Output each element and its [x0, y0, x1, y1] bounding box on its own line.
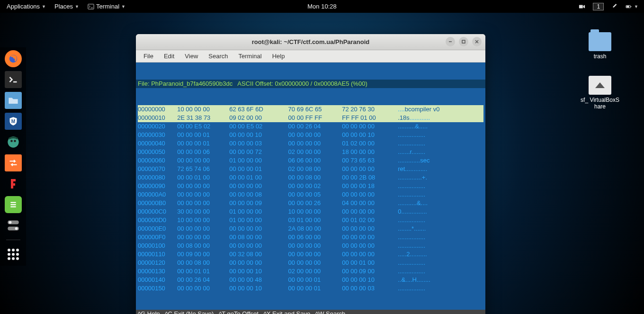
- shield-m-icon: M: [9, 117, 18, 126]
- swap-icon: [9, 158, 18, 168]
- svg-point-9: [14, 140, 16, 142]
- dock-tweaks[interactable]: [5, 217, 22, 234]
- apps-grid-icon: [8, 249, 19, 260]
- hex-row: 000000E0 00 00 00 00 00 00 00 00 2A 08 0…: [138, 224, 483, 233]
- menu-terminal[interactable]: Terminal: [234, 51, 267, 61]
- hexedit-dump: 00000000 10 00 00 00 62 63 6F 6D 70 69 6…: [136, 105, 485, 293]
- hex-row: 00000120 00 00 08 00 00 00 00 00 00 00 0…: [138, 259, 483, 267]
- system-menu[interactable]: ▼: [626, 3, 638, 10]
- hex-row: 00000040 00 00 00 01 00 00 00 03 00 00 0…: [138, 139, 483, 148]
- hex-row: 00000070 72 65 74 06 00 00 00 01 02 00 0…: [138, 165, 483, 173]
- desktop-trash[interactable]: trash: [579, 32, 621, 60]
- terminal-content[interactable]: File: PhParanoid_b7fa460590b3dc ASCII Of…: [136, 63, 485, 314]
- gnome-topbar: Applications▼ Places▼ Terminal▼ Mon 10:2…: [0, 0, 644, 13]
- svg-point-8: [10, 140, 13, 142]
- hex-row: 00000010 2E 31 38 73 09 02 00 00 00 00 F…: [138, 114, 483, 122]
- hexedit-status-line: File: PhParanoid_b7fa460590b3dc ASCII Of…: [136, 80, 485, 88]
- notes-icon: [9, 200, 18, 209]
- hex-row: 000000B0 00 00 00 00 00 00 00 09 00 00 0…: [138, 199, 483, 207]
- menu-help[interactable]: Help: [268, 51, 290, 61]
- applications-menu[interactable]: Applications▼: [7, 3, 46, 10]
- hex-row: 00000090 00 00 00 00 00 00 00 00 00 00 0…: [138, 182, 483, 190]
- terminal-icon: [9, 75, 18, 84]
- svg-text:M: M: [11, 119, 15, 124]
- close-icon: [474, 39, 479, 44]
- terminal-menu-label: Terminal: [96, 3, 119, 10]
- face-icon: [7, 135, 20, 149]
- svg-rect-3: [631, 6, 632, 7]
- svg-rect-4: [626, 6, 629, 8]
- terminal-menu[interactable]: Terminal▼: [88, 3, 125, 10]
- places-menu[interactable]: Places▼: [54, 3, 79, 10]
- menu-file[interactable]: File: [139, 51, 158, 61]
- svg-rect-1: [579, 5, 583, 8]
- svg-rect-15: [462, 40, 465, 43]
- window-titlebar[interactable]: root@kali: ~/CTF/ctf.com.ua/PhParanoid: [136, 34, 485, 50]
- hex-row: 00000000 10 00 00 00 62 63 6F 6D 70 69 6…: [138, 105, 483, 114]
- places-label: Places: [54, 3, 73, 10]
- menu-search[interactable]: Search: [204, 51, 233, 61]
- hex-row: 000000C0 30 00 00 00 01 00 00 00 10 00 0…: [138, 207, 483, 216]
- menu-edit[interactable]: Edit: [159, 51, 179, 61]
- hex-row: 00000100 00 08 00 00 00 00 00 00 00 00 0…: [138, 242, 483, 250]
- clock-label: Mon 10:28: [307, 3, 336, 10]
- dock-notes[interactable]: [5, 196, 22, 213]
- svg-point-13: [15, 227, 18, 230]
- dock-files[interactable]: [5, 92, 22, 109]
- hex-row: 000000F0 00 00 00 00 00 08 00 00 00 06 0…: [138, 233, 483, 242]
- workspace-indicator[interactable]: 1: [593, 3, 604, 10]
- firefox-icon: [8, 54, 18, 64]
- hex-row: 00000150 00 00 00 00 00 00 00 10 00 00 0…: [138, 284, 483, 293]
- dock-terminal[interactable]: [5, 71, 22, 88]
- dropper-icon[interactable]: [611, 3, 618, 10]
- window-minimize-button[interactable]: [446, 37, 455, 46]
- hex-row: 000000D0 10 00 00 00 01 00 00 00 03 01 0…: [138, 216, 483, 224]
- clock[interactable]: Mon 10:28: [307, 3, 336, 10]
- share-label: sf_ VirtualBoxS hare: [579, 97, 621, 110]
- battery-icon: [626, 3, 632, 10]
- dock-faraday[interactable]: [5, 175, 22, 192]
- hex-row: 00000140 00 00 26 04 00 00 00 48 00 00 0…: [138, 276, 483, 284]
- dock-metasploit[interactable]: M: [5, 113, 22, 130]
- hex-row: 00000050 00 00 00 06 00 00 00 72 02 00 0…: [138, 148, 483, 156]
- dash-dock: M: [0, 47, 26, 266]
- switches-icon: [7, 219, 19, 232]
- hex-row: 000000A0 00 00 00 00 00 00 00 08 00 00 0…: [138, 190, 483, 199]
- eject-icon: [589, 76, 611, 95]
- dock-armitage[interactable]: [5, 134, 22, 151]
- hex-row: 00000080 00 00 01 00 00 00 01 00 00 00 0…: [138, 173, 483, 182]
- hexedit-help-bar: ^G Help ^C Exit (No Save) ^T goTo Offset…: [136, 310, 485, 314]
- hex-row: 00000060 00 00 00 00 01 00 00 00 06 06 0…: [138, 156, 483, 165]
- window-maximize-button[interactable]: [459, 37, 468, 46]
- svg-rect-0: [88, 4, 94, 9]
- letter-f-icon: [9, 178, 17, 189]
- window-close-button[interactable]: [472, 37, 482, 46]
- hex-row: 00000110 00 09 00 00 00 32 08 00 00 00 0…: [138, 250, 483, 259]
- workspace-number: 1: [597, 3, 600, 10]
- dock-firefox[interactable]: [5, 50, 22, 67]
- terminal-icon: [88, 3, 94, 10]
- hex-row: 00000020 00 00 E5 02 00 00 E5 02 00 00 2…: [138, 122, 483, 131]
- desktop-shared-folder[interactable]: sf_ VirtualBoxS hare: [579, 76, 621, 110]
- applications-label: Applications: [7, 3, 40, 10]
- terminal-window: root@kali: ~/CTF/ctf.com.ua/PhParanoid F…: [136, 34, 485, 314]
- trash-label: trash: [579, 53, 621, 60]
- record-icon[interactable]: [579, 3, 585, 10]
- dock-burp[interactable]: [5, 154, 22, 171]
- folder-icon: [589, 32, 611, 51]
- window-title: root@kali: ~/CTF/ctf.com.ua/PhParanoid: [252, 38, 370, 45]
- hex-row: 00000130 00 00 01 01 00 00 00 10 02 00 0…: [138, 267, 483, 276]
- svg-point-11: [9, 221, 11, 224]
- maximize-icon: [461, 39, 466, 44]
- dock-show-apps[interactable]: [5, 246, 22, 263]
- dock-separator: [6, 240, 20, 240]
- terminal-menubar: File Edit View Search Terminal Help: [136, 50, 485, 63]
- menu-view[interactable]: View: [180, 51, 203, 61]
- minimize-icon: [448, 39, 453, 44]
- folder-icon: [8, 95, 18, 106]
- hex-row: 00000030 00 00 00 01 00 00 00 10 00 00 0…: [138, 131, 483, 139]
